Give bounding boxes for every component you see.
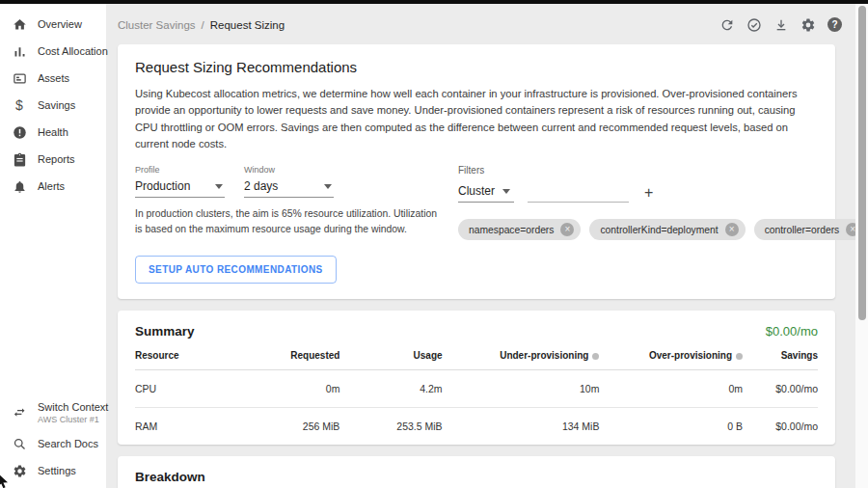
scrollbar-thumb[interactable] [858, 6, 866, 320]
cell-resource: RAM [135, 407, 224, 445]
col-ram-recommended[interactable]: RAMrecomm'd [647, 484, 712, 488]
download-icon[interactable] [773, 16, 789, 33]
health-error-icon [12, 124, 27, 140]
home-icon [12, 16, 27, 32]
col-breakdown-savings[interactable]: ↓Savings [770, 484, 818, 488]
bar-chart-icon [12, 43, 27, 59]
summary-header-row: Resource Requested Usage Under-provision… [135, 339, 818, 370]
help-icon[interactable]: ? [827, 16, 843, 33]
swap-arrows-icon [12, 405, 27, 420]
total-savings-value: $0.00/mo [766, 324, 818, 339]
chip-label: controller=orders [765, 225, 840, 235]
content: Request Sizing Recommendations Using Kub… [118, 44, 835, 488]
window-select-group: Window 2 days [244, 165, 334, 198]
filter-field-select[interactable]: Cluster [458, 182, 514, 203]
search-docs-button[interactable]: Search Docs [0, 430, 106, 457]
col-cluster[interactable]: Cluster [251, 484, 357, 488]
cell-savings: $0.00/mo [743, 369, 818, 407]
switch-context-button[interactable]: Switch Context AWS Cluster #1 [0, 395, 106, 430]
page-description: Using Kubecost allocation metrics, we de… [135, 86, 818, 152]
filter-value-input[interactable] [528, 185, 629, 203]
profile-label: Profile [135, 165, 225, 175]
scrollbar[interactable] [855, 4, 868, 488]
breadcrumb-parent[interactable]: Cluster Savings [118, 19, 196, 31]
chip-label: controllerKind=deployment [600, 225, 718, 235]
breadcrumb: Cluster Savings / Request Sizing [118, 19, 285, 31]
cell-usage: 4.2m [339, 369, 442, 407]
breadcrumb-separator: / [202, 19, 204, 31]
request-sizing-card: Request Sizing Recommendations Using Kub… [118, 44, 835, 299]
info-icon[interactable] [592, 353, 599, 360]
col-resource: Resource [135, 339, 224, 370]
col-cpu-recommended[interactable]: CPUrecomm'd [466, 484, 530, 488]
cell-over: 0m [599, 369, 743, 407]
profile-window-column: Profile Production Window 2 days [135, 165, 439, 283]
sidebar-item-label: Cost Allocation [38, 45, 108, 57]
add-filter-icon[interactable]: + [642, 185, 655, 203]
gear-icon [12, 463, 27, 478]
breadcrumb-current: Request Sizing [210, 19, 285, 31]
chip-close-icon[interactable]: × [560, 223, 574, 236]
settings-button[interactable]: Settings [0, 457, 106, 484]
cell-under: 134 MiB [443, 407, 600, 445]
col-ram-request[interactable]: RAMrequest [589, 484, 647, 488]
filter-chip[interactable]: namespace=orders × [458, 219, 581, 240]
cell-savings: $0.00/mo [743, 407, 818, 445]
sidebar-item-savings[interactable]: $ Savings [0, 92, 106, 119]
col-requested: Requested [224, 339, 339, 370]
breakdown-title: Breakdown [135, 470, 205, 484]
chevron-down-icon [502, 189, 510, 194]
table-row-cpu: CPU 0m 4.2m 10m 0m $0.00/mo [135, 369, 818, 407]
sidebar-item-cost-allocation[interactable]: Cost Allocation [0, 38, 106, 65]
dollar-icon: $ [12, 97, 27, 113]
window-label: Window [244, 165, 334, 175]
filter-field-value: Cluster [458, 184, 495, 198]
help-glyph: ? [827, 17, 842, 32]
chip-label: namespace=orders [469, 225, 554, 235]
filter-chip[interactable]: controllerKind=deployment × [589, 219, 745, 240]
sidebar-item-label: Overview [38, 18, 82, 30]
setup-auto-recommendations-button[interactable]: SETUP AUTO RECOMMENDATIONS [135, 256, 337, 284]
col-cpu-request[interactable]: CPUrequest [408, 484, 466, 488]
filter-chip[interactable]: controller=orders × [754, 219, 867, 240]
col-under-provisioning: Under-provisioning [443, 339, 600, 370]
assets-icon [12, 70, 27, 86]
profile-select-group: Profile Production [135, 165, 225, 198]
sidebar-item-reports[interactable]: Reports [0, 146, 106, 173]
refresh-icon[interactable] [719, 16, 735, 33]
info-icon[interactable] [736, 353, 743, 360]
main-area: Cluster Savings / Request Sizing ? [106, 4, 868, 488]
table-row-ram: RAM 256 MiB 253.5 MiB 134 MiB 0 B $0.00/… [135, 407, 818, 445]
check-circle-icon[interactable] [746, 16, 762, 33]
sidebar-item-health[interactable]: Health [0, 119, 106, 146]
profile-select[interactable]: Production [135, 177, 225, 198]
sidebar-item-label: Reports [38, 153, 75, 165]
search-icon [12, 436, 27, 451]
col-over-provisioning: Over-provisioning [599, 339, 743, 370]
controls-row: Profile Production Window 2 days [135, 165, 818, 283]
summary-title: Summary [135, 324, 195, 339]
filters-label: Filters [458, 165, 866, 176]
settings-label: Settings [38, 465, 76, 476]
summary-table: Resource Requested Usage Under-provision… [135, 339, 818, 445]
sidebar-item-assets[interactable]: Assets [0, 65, 106, 92]
topbar-actions: ? [719, 16, 843, 33]
chip-close-icon[interactable]: × [725, 223, 739, 236]
col-cpu-usage[interactable]: CPUusage [357, 484, 408, 488]
col-efficiency[interactable]: Efficiency [712, 484, 770, 488]
cell-requested: 256 MiB [224, 407, 339, 445]
col-container[interactable]: Container [135, 484, 251, 488]
window-select[interactable]: 2 days [244, 177, 334, 198]
breakdown-table: Container Cluster CPUusage CPUrequest CP… [135, 484, 818, 488]
summary-card: Summary $0.00/mo Resource Requested Usag… [118, 311, 835, 445]
sidebar-item-overview[interactable]: Overview [0, 11, 106, 38]
settings-gear-icon[interactable] [800, 16, 816, 33]
chevron-down-icon [324, 184, 332, 189]
sidebar-item-label: Savings [38, 99, 75, 111]
col-ram-usage[interactable]: RAMusage [531, 484, 589, 488]
sidebar-item-alerts[interactable]: Alerts [0, 173, 106, 200]
top-window-strip [0, 0, 868, 4]
col-savings: Savings [743, 339, 818, 370]
profile-note: In production clusters, the aim is 65% r… [135, 206, 439, 236]
bell-icon [12, 178, 27, 194]
